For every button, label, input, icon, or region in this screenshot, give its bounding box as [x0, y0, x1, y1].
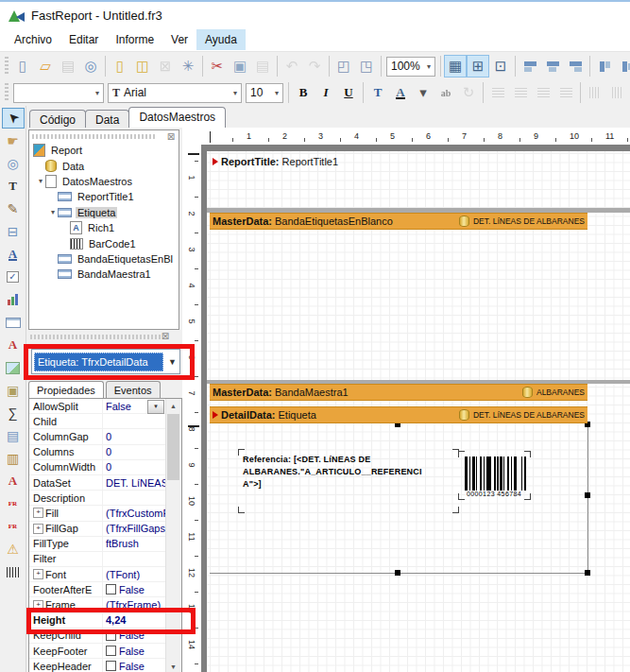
subreport-object[interactable]: ▤: [2, 425, 25, 446]
tree-item-data[interactable]: Data: [29, 158, 179, 173]
resize-handle[interactable]: [585, 492, 590, 498]
font-size-select[interactable]: 10▾: [246, 83, 283, 103]
align-top[interactable]: [593, 55, 616, 78]
zoom-tool[interactable]: ◎: [2, 153, 25, 174]
band-header-bandaetiquetasenblanco[interactable]: MasterData: BandaEtiquetasEnBlancoDET. L…: [210, 213, 587, 230]
justify-center[interactable]: [509, 81, 532, 104]
style-select[interactable]: ▾: [13, 83, 104, 103]
show-grid[interactable]: ▦: [444, 55, 467, 78]
select-tool[interactable]: ➤: [2, 108, 25, 129]
delete-page[interactable]: ⊠: [154, 55, 177, 78]
prop-columns[interactable]: Columns0: [29, 445, 166, 460]
font-color-caret[interactable]: ▾: [412, 81, 434, 104]
prop-fillgap[interactable]: +FillGap(TfrxFillGaps): [29, 522, 166, 537]
tree-item-bandaetiquetasenbl[interactable]: BandaEtiquetasEnBl: [29, 251, 179, 267]
prop-value[interactable]: False: [103, 582, 166, 596]
panel-grip[interactable]: [32, 134, 155, 139]
paste[interactable]: ▤: [251, 55, 274, 78]
scroll-thumb[interactable]: [167, 414, 179, 480]
tree-item-barcode1[interactable]: BarCode1: [29, 235, 179, 250]
tab-propiedades[interactable]: Propiedades: [28, 381, 104, 398]
prop-value[interactable]: (TfrxFillGaps): [103, 522, 166, 536]
prop-columngap[interactable]: ColumnGap0: [29, 429, 166, 444]
italic[interactable]: I: [315, 81, 337, 104]
sum-object[interactable]: ∑: [2, 403, 25, 423]
barcode-object[interactable]: [2, 561, 25, 582]
tree-item-reporttitle1[interactable]: ReportTitle1: [29, 189, 179, 204]
zoom-select[interactable]: 100%▾: [386, 57, 435, 77]
fr-object-2[interactable]: FR: [2, 516, 25, 537]
new-page[interactable]: ▯: [109, 55, 131, 78]
chevron-down-icon[interactable]: ▾: [229, 89, 237, 97]
prop-value[interactable]: (TfrxCustomF: [103, 506, 166, 520]
band-header-etiqueta[interactable]: DetailData: EtiquetaDET. LíNEAS DE ALBAR…: [210, 406, 587, 423]
tree-item-report[interactable]: Report: [29, 143, 179, 158]
prop-description[interactable]: Description: [29, 491, 166, 506]
save-report[interactable]: ▤: [57, 55, 79, 78]
barcode-object[interactable]: [465, 457, 526, 491]
chart-object[interactable]: [2, 289, 25, 310]
new-dialog-page[interactable]: ◫: [131, 55, 154, 78]
expand-icon[interactable]: +: [33, 508, 43, 518]
font-name-select[interactable]: TArial▾: [108, 83, 242, 103]
vertical-text-2[interactable]: [606, 81, 629, 104]
hand-tool[interactable]: ☛: [2, 130, 25, 151]
prop-font[interactable]: +Font(TFont): [29, 567, 166, 582]
tree-item-bandamaestra1[interactable]: BandaMaestra1: [29, 267, 179, 282]
text-object-2[interactable]: A: [2, 471, 25, 491]
dropdown-icon[interactable]: ▼: [147, 400, 164, 414]
prop-value[interactable]: 0: [103, 445, 166, 459]
page-settings[interactable]: ✳: [177, 55, 199, 78]
prop-value[interactable]: ftBrush: [103, 537, 166, 551]
prop-dataset[interactable]: DataSetDET. LíNEAS: [29, 475, 166, 491]
scroll-down-icon[interactable]: ▼: [166, 660, 180, 672]
prop-keepfooter[interactable]: KeepFooterFalse: [29, 644, 166, 659]
text-tool[interactable]: T: [2, 176, 25, 197]
scroll-up-icon[interactable]: ▲: [166, 399, 180, 413]
prop-filter[interactable]: Filter: [29, 552, 166, 567]
prop-value[interactable]: [103, 414, 166, 428]
cut[interactable]: ✂: [206, 55, 229, 78]
tree-item-datosmaestros[interactable]: ▾DatosMaestros: [29, 174, 179, 189]
tree-item-rich1[interactable]: ARich1: [29, 220, 179, 235]
prop-value[interactable]: 0: [103, 460, 166, 474]
checkbox-icon[interactable]: [106, 584, 116, 594]
expand-icon[interactable]: +: [33, 524, 43, 534]
group-objects[interactable]: ◰: [332, 55, 355, 78]
fr-object[interactable]: FR: [2, 493, 25, 514]
menu-editar[interactable]: Editar: [60, 29, 107, 50]
prop-columnwidth[interactable]: ColumnWidth0: [29, 460, 166, 475]
menu-ver[interactable]: Ver: [162, 29, 196, 50]
undo[interactable]: ↶: [281, 55, 303, 78]
prop-value[interactable]: (TFont): [103, 567, 166, 581]
align-left[interactable]: [519, 55, 541, 78]
prop-value[interactable]: False: [103, 644, 166, 658]
report-page[interactable]: Referencia: [<DET. LíNEAS DEALBARANES."A…: [207, 151, 630, 672]
align-to-grid[interactable]: ⊞: [467, 55, 489, 78]
prop-footeraftere[interactable]: FooterAfterEFalse: [29, 582, 166, 597]
copy[interactable]: ▣: [229, 55, 251, 78]
chevron-down-icon[interactable]: ▾: [270, 89, 279, 97]
band-object[interactable]: [2, 312, 25, 333]
insert-band[interactable]: ⊟: [2, 221, 25, 242]
close-icon[interactable]: ⊠: [165, 131, 177, 142]
expander-icon[interactable]: ▾: [36, 177, 45, 185]
checkbox-icon[interactable]: [106, 646, 116, 656]
format-painter[interactable]: ✎: [2, 198, 25, 219]
justify-block[interactable]: [554, 81, 577, 104]
new-report[interactable]: ▯: [11, 55, 34, 78]
menu-informe[interactable]: Informe: [107, 29, 162, 50]
close-icon[interactable]: ⊠: [160, 331, 171, 341]
prop-value[interactable]: 0: [103, 429, 166, 443]
rich-text-object[interactable]: Referencia: [<DET. LíNEAS DEALBARANES."A…: [243, 454, 458, 491]
preview[interactable]: ◎: [79, 55, 102, 78]
resize-handle[interactable]: [395, 570, 400, 576]
underline[interactable]: U: [337, 81, 360, 104]
redo[interactable]: ↷: [303, 55, 326, 78]
tab-eventos[interactable]: Eventos: [106, 381, 161, 398]
fit-to-grid[interactable]: ⊡: [489, 55, 512, 78]
prop-value[interactable]: [103, 552, 166, 566]
prop-keepheader[interactable]: KeepHeaderFalse: [29, 659, 166, 672]
align-center[interactable]: [541, 55, 564, 78]
prop-value[interactable]: DET. LíNEAS: [103, 475, 166, 490]
